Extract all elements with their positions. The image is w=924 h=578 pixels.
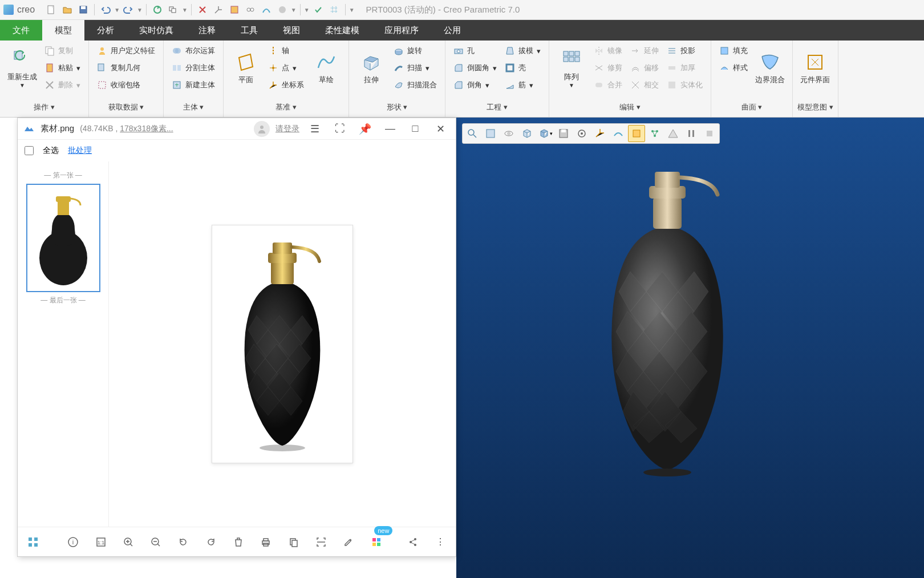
stop-icon[interactable] bbox=[701, 125, 718, 142]
point-button[interactable]: 点 ▾ bbox=[265, 60, 307, 76]
thumbnail[interactable] bbox=[26, 184, 100, 292]
tab-tools[interactable]: 工具 bbox=[228, 20, 270, 41]
round-button[interactable]: 倒圆角 ▾ bbox=[450, 60, 500, 76]
regen-button[interactable] bbox=[150, 2, 165, 17]
rotate-right-icon[interactable] bbox=[204, 534, 218, 550]
sweep-button[interactable]: 扫描 ▾ bbox=[390, 60, 440, 76]
copygeom-button[interactable]: 复制几何 bbox=[94, 60, 159, 76]
close-button[interactable] bbox=[195, 2, 210, 17]
apps-icon[interactable] bbox=[368, 534, 384, 550]
save-view-icon[interactable] bbox=[555, 125, 572, 142]
csys-button[interactable]: 坐标系 bbox=[265, 77, 307, 93]
window-button[interactable] bbox=[166, 2, 181, 17]
zoomout-icon[interactable] bbox=[148, 534, 163, 550]
graph-icon[interactable] bbox=[646, 125, 663, 142]
delete-icon[interactable] bbox=[231, 534, 246, 550]
selection-filter-icon[interactable] bbox=[628, 125, 645, 142]
annotation-icon[interactable] bbox=[610, 125, 627, 142]
tab-apps[interactable]: 应用程序 bbox=[372, 20, 431, 41]
blend-button[interactable]: 扫描混合 bbox=[390, 77, 440, 93]
boolean-button[interactable]: 布尔运算 bbox=[168, 43, 218, 59]
project-button[interactable]: 投影 bbox=[663, 43, 706, 59]
fit-icon[interactable]: 1:1 bbox=[94, 534, 108, 550]
regenerate-button[interactable]: 重新生成▼ bbox=[5, 43, 40, 94]
rotate-left-icon[interactable] bbox=[176, 534, 191, 550]
sketch-button[interactable]: 草绘 bbox=[309, 43, 344, 94]
scan-icon[interactable] bbox=[314, 534, 329, 550]
print-icon[interactable] bbox=[258, 534, 273, 550]
redo-button[interactable] bbox=[121, 2, 136, 17]
csys-icon[interactable] bbox=[211, 2, 226, 17]
plane-button[interactable]: 平面 bbox=[228, 43, 264, 94]
grid-view-icon[interactable] bbox=[26, 534, 40, 550]
viewer-canvas[interactable] bbox=[109, 161, 456, 527]
open-file-button[interactable] bbox=[60, 2, 75, 17]
close-icon[interactable]: ✕ bbox=[431, 119, 450, 139]
box-select-icon[interactable] bbox=[227, 2, 242, 17]
svg-rect-28 bbox=[564, 51, 568, 56]
minimize-icon[interactable]: — bbox=[380, 119, 400, 139]
edit-icon[interactable] bbox=[341, 534, 356, 550]
hole-button[interactable]: 孔 bbox=[450, 43, 500, 59]
copy-icon[interactable] bbox=[286, 534, 301, 550]
tab-analysis[interactable]: 分析 bbox=[84, 20, 127, 41]
warning-icon[interactable] bbox=[664, 125, 682, 142]
tab-simulate[interactable]: 实时仿真 bbox=[127, 20, 186, 41]
chamfer-button[interactable]: 倒角 ▾ bbox=[450, 77, 500, 93]
axis-button[interactable]: 轴 bbox=[265, 43, 307, 59]
new-file-button[interactable] bbox=[44, 2, 59, 17]
fit-view-icon[interactable] bbox=[482, 125, 499, 142]
style-button[interactable]: 样式 bbox=[716, 60, 751, 76]
3d-viewport[interactable]: ▾ bbox=[456, 118, 924, 578]
fill-button[interactable]: 填充 bbox=[716, 43, 751, 59]
tab-file[interactable]: 文件 bbox=[0, 20, 42, 41]
tab-model[interactable]: 模型 bbox=[42, 20, 84, 41]
pause-icon[interactable] bbox=[683, 125, 700, 142]
component-button[interactable]: 元件界面 bbox=[797, 43, 833, 94]
maximize-icon[interactable]: □ bbox=[406, 119, 425, 139]
tab-flex[interactable]: 柔性建模 bbox=[313, 20, 372, 41]
udf-button[interactable]: 用户定义特征 bbox=[94, 43, 159, 59]
split-button[interactable]: 分割主体 bbox=[168, 60, 218, 76]
batch-link[interactable]: 批处理 bbox=[68, 145, 92, 156]
render-icon[interactable] bbox=[275, 2, 290, 17]
menu-icon[interactable]: ☰ bbox=[305, 119, 325, 139]
draft-button[interactable]: 拔模 ▾ bbox=[501, 43, 544, 59]
check-icon[interactable] bbox=[311, 2, 326, 17]
link-icon[interactable] bbox=[243, 2, 258, 17]
login-link[interactable]: 请登录 bbox=[275, 124, 299, 134]
svg-point-14 bbox=[100, 47, 104, 51]
revolve-button[interactable]: 旋转 bbox=[390, 43, 440, 59]
tab-common[interactable]: 公用 bbox=[431, 20, 473, 41]
tab-annotate[interactable]: 注释 bbox=[186, 20, 228, 41]
curve-icon[interactable] bbox=[259, 2, 274, 17]
rib-button[interactable]: 筋 ▾ bbox=[501, 77, 544, 93]
zoomin-icon[interactable] bbox=[121, 534, 136, 550]
svg-rect-6 bbox=[231, 6, 238, 13]
tab-view[interactable]: 视图 bbox=[270, 20, 313, 41]
pattern-button[interactable]: 阵列▼ bbox=[554, 43, 589, 94]
display-style-icon[interactable] bbox=[518, 125, 536, 142]
zoom-icon[interactable] bbox=[464, 125, 481, 142]
svg-point-9 bbox=[279, 6, 286, 13]
paste-button[interactable]: 粘贴 ▾ bbox=[41, 60, 84, 76]
pin-icon[interactable]: 📌 bbox=[355, 119, 375, 139]
spin-icon[interactable] bbox=[500, 125, 517, 142]
datum-display-icon[interactable] bbox=[591, 125, 609, 142]
info-icon[interactable]: i bbox=[66, 534, 80, 550]
undo-button[interactable] bbox=[98, 2, 113, 17]
newbody-button[interactable]: +新建主体 bbox=[168, 77, 218, 93]
perspective-icon[interactable] bbox=[573, 125, 590, 142]
save-button[interactable] bbox=[76, 2, 91, 17]
boundary-button[interactable]: 边界混合 bbox=[752, 43, 788, 94]
shrinkwrap-button[interactable]: 收缩包络 bbox=[94, 77, 159, 93]
more-icon[interactable]: ⋮ bbox=[433, 534, 448, 550]
shell-button[interactable]: 壳 bbox=[501, 60, 544, 76]
fullscreen-icon[interactable]: ⛶ bbox=[330, 119, 350, 139]
named-views-icon[interactable]: ▾ bbox=[537, 125, 554, 142]
extrude-button[interactable]: 拉伸 bbox=[354, 43, 389, 94]
share-icon[interactable] bbox=[405, 534, 420, 550]
selectall-checkbox[interactable] bbox=[25, 146, 34, 155]
grid-icon[interactable] bbox=[327, 2, 342, 17]
svg-point-77 bbox=[581, 132, 583, 135]
